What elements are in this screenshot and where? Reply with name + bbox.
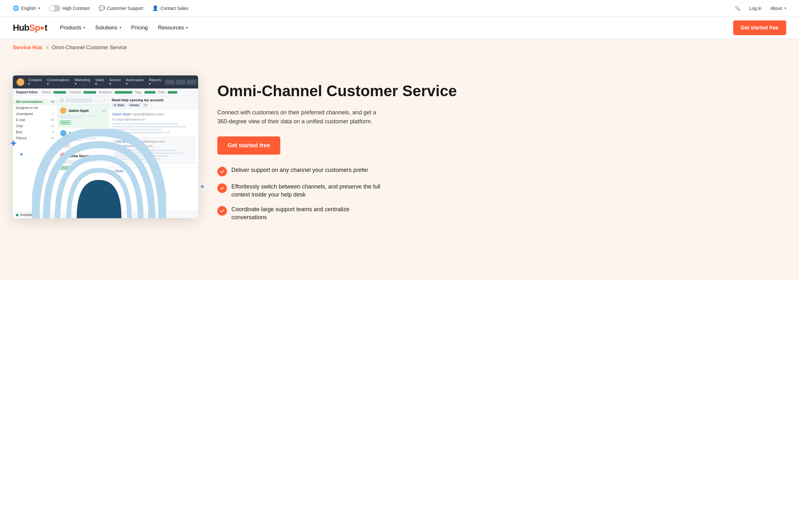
utility-bar: 🌐 English ▾ High Contrast 💬 Customer Sup… [0,0,799,17]
detail-title: Need help syncing my account [112,98,195,102]
to-line-first: To: support@hubspot.com [112,118,195,121]
feature-text-1: Deliver support on any channel your cust… [231,166,368,174]
pricing-label: Pricing [131,25,148,31]
contact-sales-label: Contact Sales [160,6,188,11]
resources-label: Resources [158,25,184,31]
main-nav: HubSpt Products ▾ Solutions ▾ Pricing Re… [0,17,799,39]
feature-item-1: Deliver support on any channel your cust… [217,166,786,176]
pricing-link[interactable]: Pricing [131,25,148,31]
sidebar-label-unassigned: Unassigned [16,112,33,116]
feature-item-2: Effortlessly switch between channels, an… [217,183,786,199]
sidebar-item-email[interactable]: E-mail 50 [13,117,57,123]
mockup-topbar: Contacts ▾ Conversations ▾ Marketing ▾ S… [13,75,198,89]
tag-email-jaakim: EMAIL [60,120,71,125]
login-link[interactable]: Log in [749,6,761,11]
breadcrumb-separator: > [45,45,48,51]
filter-channel-label: Channel: [69,91,81,94]
mockup-nav-service[interactable]: Service ▾ [109,78,121,86]
mockup-nav-reports[interactable]: Reports ▾ [149,78,161,86]
list-item-header-jaakim: Jaakim Apple 3m [60,107,106,114]
customer-support-link[interactable]: 💬 Customer Support [99,5,144,11]
filter-date-label: Date: [158,91,166,94]
language-label: English [21,6,36,11]
status-dot [16,214,19,216]
sidebar-count-unassigned: 2 [52,112,54,116]
filter-channel-value [83,91,96,94]
chevron-down-icon: ▾ [785,6,786,10]
toggle-knob [50,6,55,11]
globe-icon: 🌐 [13,5,19,11]
sidebar-label-assigned: Assigned to me [16,106,38,110]
mockup-nav-marketing[interactable]: Marketing ▾ [75,78,90,86]
filter-date: Date: [158,91,177,94]
breadcrumb-current: Omni-Channel Customer Service [52,45,127,51]
filter-tags-label: Tags: [135,91,142,94]
utility-bar-right: 🔍 Log in About ▾ [735,6,786,11]
contact-sales-link[interactable]: 👤 Contact Sales [152,5,188,11]
chevron-down-icon: ▾ [38,6,40,10]
nav-left: HubSpt Products ▾ Solutions ▾ Pricing Re… [13,23,188,33]
conversation-item-jaakim[interactable]: Jaakim Apple 3m EMAIL [58,105,108,128]
inbox-title: Support Inbox [16,91,38,94]
login-label: Log in [749,6,761,11]
about-menu[interactable]: About ▾ [770,6,786,11]
person-icon: 👤 [152,5,158,11]
solutions-label: Solutions [95,25,118,31]
logo-text: HubSpt [13,23,47,33]
sidebar-label-filtered: Filtered [16,136,26,140]
nav-arrows[interactable]: ← → [94,99,101,102]
check-mark[interactable]: ✓ [103,99,106,102]
mockup-nav-sales[interactable]: Sales ▾ [95,78,104,86]
list-search-header: ← → ✓ [58,96,108,105]
check-icon-1 [217,167,227,176]
logo[interactable]: HubSpt [13,23,47,33]
search-button[interactable]: 🔍 [735,6,740,11]
high-contrast-toggle[interactable]: High Contrast [49,5,90,12]
about-label: About [770,6,782,11]
sidebar-item-chat[interactable]: Chat 13 [13,123,57,129]
detail-from-first: Jaakim Apple <apple@biglytics.com> [112,112,195,116]
sidebar-count-email: 50 [51,118,54,122]
detail-tag-snooze: snooze [128,103,141,107]
arch-decoration [32,129,166,218]
mockup-nav-contacts[interactable]: Contacts ▾ [28,78,42,86]
svg-point-0 [41,26,44,30]
filter-tags-value [145,91,156,94]
conversation-search-bar[interactable] [65,98,92,102]
products-menu[interactable]: Products ▾ [60,25,85,31]
detail-tag-close: ✕ close [112,103,126,107]
sparkle-decoration: ✦ [9,139,17,148]
solutions-menu[interactable]: Solutions ▾ [95,25,121,31]
breadcrumb-parent-link[interactable]: Service Hub [13,45,42,51]
feature-text-3: Coordinate large support teams and centr… [231,206,385,222]
detail-content-bar-1 [112,123,178,125]
mockup-controls [165,79,198,85]
get-started-nav-button[interactable]: Get started free [733,20,786,35]
toggle-switch[interactable] [49,5,60,12]
nav-links: Products ▾ Solutions ▾ Pricing Resources… [60,25,188,31]
chevron-down-icon: ▾ [186,26,188,30]
sidebar-item-all[interactable]: All conversations 44 [13,99,57,105]
language-selector[interactable]: 🌐 English ▾ [13,5,40,11]
filter-assignee-label: Assignee: [99,91,113,94]
hero-mockup-container: ✦ ✦ ✦ Contacts ▾ Conversations ▾ Marketi… [13,75,198,218]
chevron-down-icon: ▾ [119,26,121,30]
mockup-nav-automation[interactable]: Automation ▾ [126,78,144,86]
mockup-nav-conversations[interactable]: Conversations ▾ [47,78,69,86]
hero-description: Connect with customers on their preferre… [217,108,383,127]
sidebar-item-unassigned[interactable]: Unassigned 2 [13,111,57,117]
mockup-nav-items: Contacts ▾ Conversations ▾ Marketing ▾ S… [28,78,161,86]
hubspot-logo-mini [17,78,24,86]
detail-header: Need help syncing my account ✕ close sno… [109,96,198,109]
filter-tags: Tags: [135,91,156,94]
time-jaakim: 3m [102,109,106,112]
filter-assignee-value [115,91,132,94]
sidebar-count-all: 44 [51,100,54,103]
customer-support-label: Customer Support [107,6,144,11]
sidebar-label-chat: Chat [16,124,23,128]
select-all-checkbox[interactable] [60,99,63,102]
sidebar-label-bots: Bots [16,130,22,134]
resources-menu[interactable]: Resources ▾ [158,25,188,31]
sidebar-item-assigned[interactable]: Assigned to me [13,105,57,111]
hero-cta-button[interactable]: Get started free [217,136,280,155]
